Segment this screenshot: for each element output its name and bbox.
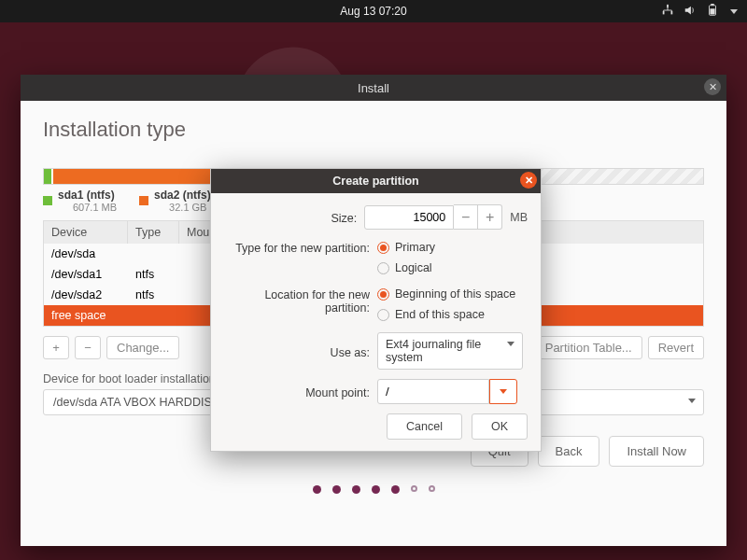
add-partition-button[interactable]: + [43,336,69,359]
mount-point-dropdown-button[interactable] [489,379,517,404]
window-close-button[interactable]: ✕ [704,78,721,95]
radio-icon [377,242,389,254]
dialog-titlebar: Create partition ✕ [211,169,541,193]
create-partition-dialog: Create partition ✕ Size: − + MB Type for… [210,168,542,452]
legend-swatch-sda2 [139,196,148,205]
window-title: Install [358,81,389,95]
page-title: Installation type [43,118,704,142]
remove-partition-button[interactable]: − [75,336,101,359]
top-panel: Aug 13 07:20 [0,0,747,22]
install-now-button[interactable]: Install Now [609,436,704,467]
svg-rect-2 [671,10,673,14]
radio-beginning[interactable]: Beginning of this space [377,286,528,302]
back-button[interactable]: Back [538,436,600,467]
cancel-button[interactable]: Cancel [387,413,462,440]
chevron-down-icon [507,342,514,346]
dialog-close-button[interactable]: ✕ [520,172,537,189]
radio-end[interactable]: End of this space [377,306,528,323]
mount-label: Mount point: [218,384,377,399]
volume-icon[interactable] [684,4,697,20]
size-decrement-button[interactable]: − [454,204,478,230]
network-icon[interactable] [661,4,674,20]
progress-dots [43,485,704,494]
window-titlebar: Install ✕ [21,75,726,101]
size-label: Size: [218,209,364,225]
chevron-down-icon [688,399,696,403]
use-as-select[interactable]: Ext4 journaling file system [377,332,523,370]
col-device: Device [44,221,128,244]
battery-icon[interactable] [706,4,719,20]
radio-logical[interactable]: Logical [377,259,528,276]
clock: Aug 13 07:20 [340,5,406,18]
svg-rect-0 [667,4,669,7]
use-as-label: Use as: [218,343,377,359]
legend-swatch-sda1 [43,196,52,205]
svg-rect-4 [710,8,714,14]
mount-point-input[interactable] [377,379,489,404]
svg-rect-1 [663,10,665,14]
col-type: Type [128,221,179,244]
ok-button[interactable]: OK [472,413,528,440]
type-label: Type for the new partition: [218,239,377,255]
change-partition-button[interactable]: Change... [106,336,179,359]
chevron-down-icon [500,389,507,394]
radio-primary[interactable]: Primary [377,239,528,256]
svg-rect-5 [711,4,714,6]
radio-icon [377,309,389,321]
revert-button[interactable]: Revert [648,336,704,359]
size-unit: MB [510,211,528,224]
location-label: Location for the new partition: [218,286,377,315]
size-input[interactable] [364,205,454,230]
radio-icon [377,262,389,274]
dialog-title: Create partition [332,175,418,188]
system-menu-icon[interactable] [728,5,738,18]
size-increment-button[interactable]: + [478,204,502,230]
radio-icon [377,288,389,301]
